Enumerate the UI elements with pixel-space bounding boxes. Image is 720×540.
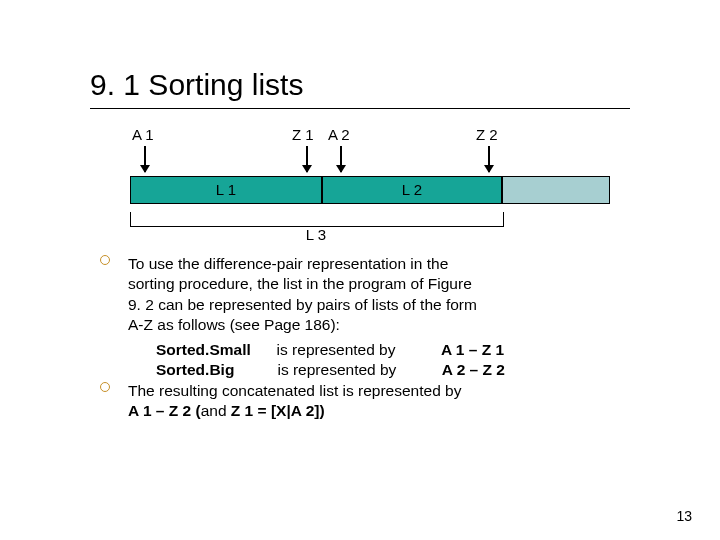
- page-number: 13: [676, 508, 692, 524]
- bullet-1-line-3: 9. 2 can be represented by pairs of list…: [128, 296, 477, 313]
- rep-row-1-mid: is represented by: [277, 340, 437, 360]
- brace-l3-label: L 3: [130, 226, 502, 243]
- diagram: A 1 Z 1 A 2 Z 2 L 1 L 2 L 3: [130, 126, 610, 246]
- brace-l3: [130, 212, 504, 227]
- body-text: To use the difference-pair representatio…: [100, 254, 640, 426]
- rep-row-1: Sorted.Small is represented by A 1 – Z 1: [100, 340, 640, 360]
- pointer-a1-label: A 1: [132, 126, 154, 143]
- rep-row-1-rhs: A 1 – Z 1: [441, 341, 504, 358]
- bullet-1-line-4: A-Z as follows (see Page 186):: [128, 316, 340, 333]
- bullet-2-tail-prefix: A 1 – Z 2 (: [128, 402, 201, 419]
- bullet-1-line-2: sorting procedure, the list in the progr…: [128, 275, 472, 292]
- box-l2: L 2: [322, 176, 502, 204]
- rep-row-2-mid: is represented by: [277, 360, 437, 380]
- slide-title: 9. 1 Sorting lists: [90, 68, 303, 102]
- arrow-z1: [306, 146, 308, 172]
- rep-row-2: Sorted.Big is represented by A 2 – Z 2: [100, 360, 640, 380]
- title-underline: [90, 108, 630, 109]
- bullet-2-tail-suffix: Z 1 = [X|A 2]): [227, 402, 325, 419]
- box-tail: [502, 176, 610, 204]
- arrow-a2: [340, 146, 342, 172]
- arrow-z2: [488, 146, 490, 172]
- pointer-z2-label: Z 2: [476, 126, 498, 143]
- bullet-2: The resulting concatenated list is repre…: [100, 381, 640, 422]
- bullet-1: To use the difference-pair representatio…: [100, 254, 640, 336]
- rep-row-2-name: Sorted.Big: [156, 361, 234, 378]
- box-l1-label: L 1: [131, 181, 321, 198]
- bullet-1-line-1: To use the difference-pair representatio…: [128, 255, 448, 272]
- pointer-a2-label: A 2: [328, 126, 350, 143]
- bullet-marker-icon: [100, 382, 110, 392]
- box-row: L 1 L 2: [130, 176, 610, 204]
- bullet-marker-icon: [100, 255, 110, 265]
- bullet-2-tail-mid: and: [201, 402, 227, 419]
- box-l1: L 1: [130, 176, 322, 204]
- rep-row-2-rhs: A 2 – Z 2: [442, 361, 505, 378]
- arrow-a1: [144, 146, 146, 172]
- box-l2-label: L 2: [323, 181, 501, 198]
- rep-row-1-name: Sorted.Small: [156, 341, 251, 358]
- pointer-z1-label: Z 1: [292, 126, 314, 143]
- bullet-2-line-1: The resulting concatenated list is repre…: [128, 382, 461, 399]
